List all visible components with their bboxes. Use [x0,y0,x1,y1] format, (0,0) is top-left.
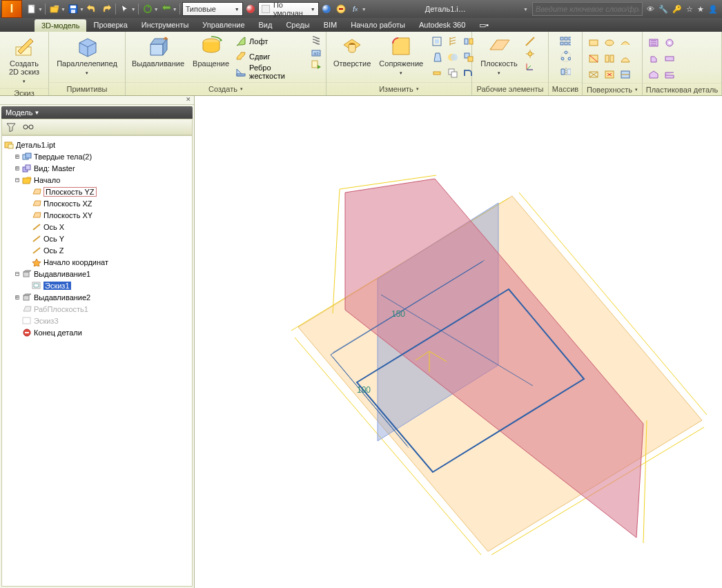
new-icon[interactable] [25,2,39,16]
tree-root[interactable]: Деталь1.ipt [3,139,191,150]
surface-stitch-icon[interactable] [603,52,616,66]
svg-rect-7 [262,6,269,12]
tab-inspect[interactable]: Проверка [86,18,134,32]
wrench-icon[interactable]: 🔧 [658,5,668,14]
open-icon[interactable] [48,2,61,16]
surface-delete-face-icon[interactable] [603,68,616,81]
app-logo[interactable] [1,0,22,18]
user-icon[interactable]: 👤 [708,5,718,14]
color-sphere-icon[interactable] [320,2,333,16]
plastic-grill-icon[interactable] [647,36,661,50]
hole-button[interactable]: Отверстие [331,33,373,69]
surface-sculpt-icon[interactable] [618,52,632,66]
return-icon[interactable] [159,2,173,16]
tab-autodesk360[interactable]: Autodesk 360 [412,18,472,32]
surface-ruled-icon[interactable] [587,68,601,81]
tree-origin[interactable]: ⊟Начало [3,174,191,186]
tree-plane-yz[interactable]: Плоскость YZ [3,186,191,197]
tab-get-started[interactable]: Начало работы [344,18,412,32]
panel-surface-title[interactable]: Поверхность▾ [583,83,642,95]
tree-view[interactable]: ⊞Вид: Master [3,162,191,174]
plastic-snap-icon[interactable] [647,52,661,66]
extrude-button[interactable]: Выдавливание [130,33,186,69]
tab-view[interactable]: Вид [252,18,280,32]
surface-revolve-icon[interactable] [603,36,616,50]
browser-header[interactable]: Модель ▼ [1,106,193,119]
sweep-button[interactable]: Сдвиг [235,50,305,63]
fillet-button[interactable]: Сопряжение▾ [376,33,426,79]
rib-button[interactable]: Ребро жесткости [235,65,305,79]
tree-extrude2[interactable]: ⊞Выдавливание2 [3,291,191,303]
plastic-rest-icon[interactable] [647,68,661,81]
copy-object-icon[interactable] [446,66,460,80]
plastic-rule-icon[interactable] [663,52,676,66]
thread-icon[interactable] [446,35,460,48]
box-primitive-button[interactable]: Параллелепипед▾ [53,33,121,79]
model-tree[interactable]: Деталь1.ipt ⊞Твердые тела(2) ⊞Вид: Maste… [1,135,193,587]
surface-patch-icon[interactable] [618,36,632,50]
help-search-input[interactable] [532,2,643,16]
update-icon[interactable] [141,2,155,16]
fx-icon[interactable]: fx [349,2,362,16]
filter-icon[interactable] [6,122,16,132]
tree-origin-point[interactable]: Начало координат [3,256,191,268]
emboss-icon[interactable]: ab [311,47,322,58]
redo-icon[interactable] [99,2,113,16]
plastic-boss-icon[interactable] [663,36,676,50]
star-icon[interactable]: ☆ [686,5,693,14]
tab-tools[interactable]: Инструменты [135,18,196,32]
panel-close-icon[interactable]: ✕ [0,96,194,105]
tree-sketch1[interactable]: Эскиз1 [3,280,191,291]
tab-environments[interactable]: Среды [279,18,316,32]
undo-icon[interactable] [85,2,99,16]
tree-extrude1[interactable]: ⊟Выдавливание1 [3,268,191,280]
tab-bim[interactable]: BIM [317,18,344,32]
tab-manage[interactable]: Управление [195,18,251,32]
draft-icon[interactable] [430,50,444,64]
derive-icon[interactable] [311,59,322,70]
coil-icon[interactable] [311,35,322,46]
select-icon[interactable] [118,2,132,16]
ucs-icon[interactable] [525,61,536,72]
tree-plane-xz[interactable]: Плоскость XZ [3,197,191,209]
material-dropdown[interactable]: Типовые▼ [182,2,243,16]
appearance-sphere-icon[interactable] [244,2,257,16]
work-point-icon[interactable] [525,48,536,59]
combine-icon[interactable] [446,50,460,64]
panel-create-title[interactable]: Создать▾ [126,82,326,95]
appearance-dropdown[interactable]: По умолчан▼ [258,2,319,16]
panel-modify-title[interactable]: Изменить▾ [326,82,471,95]
plastic-lip-icon[interactable] [663,68,676,81]
tree-plane-xy[interactable]: Плоскость XY [3,209,191,221]
work-axis-icon[interactable] [525,36,536,47]
save-icon[interactable] [66,2,80,16]
favorite-icon[interactable]: ★ [697,5,704,14]
tree-axis-y[interactable]: Ось Y [3,233,191,244]
thicken-icon[interactable] [430,66,444,80]
loft-button[interactable]: Лофт [235,35,305,48]
mirror-icon[interactable] [560,66,571,77]
tree-end-of-part[interactable]: Конец детали [3,326,191,338]
dim-150: 150 [391,309,405,319]
shell-icon[interactable] [430,35,444,48]
work-plane-button[interactable]: Плоскость▾ [476,33,522,79]
find-icon[interactable] [23,123,34,131]
tab-extra-icon[interactable]: ▭▪ [472,18,496,32]
create-2d-sketch-button[interactable]: Создать 2D эскиз ▾ [4,33,44,87]
tree-axis-x[interactable]: Ось X [3,221,191,233]
tree-sketch3[interactable]: Эскиз3 [3,315,191,326]
tree-axis-z[interactable]: Ось Z [3,244,191,256]
surface-replace-face-icon[interactable] [618,68,632,81]
rectangular-pattern-icon[interactable] [560,36,571,47]
3d-viewport[interactable]: 150 100 [195,96,722,588]
binoculars-icon[interactable]: 👁 [647,5,654,14]
tree-workplane1[interactable]: РабПлоскость1 [3,303,191,315]
tree-solids[interactable]: ⊞Твердые тела(2) [3,150,191,162]
key-icon[interactable]: 🔑 [672,5,682,14]
surface-trim-icon[interactable] [587,52,601,66]
surface-extrude-icon[interactable] [587,36,601,50]
circular-pattern-icon[interactable] [560,51,571,62]
revolve-button[interactable]: Вращение [189,33,233,69]
clear-appearance-icon[interactable] [334,2,348,16]
tab-3d-model[interactable]: 3D-модель [35,19,86,32]
